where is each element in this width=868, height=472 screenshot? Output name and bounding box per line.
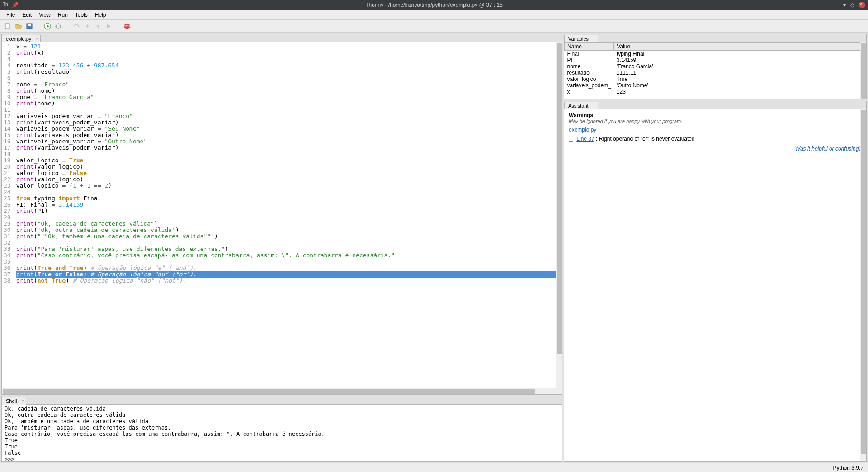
- python-version[interactable]: Python 3.9.7: [833, 465, 863, 471]
- assistant-tab-label: Assistant: [568, 103, 589, 109]
- shell-tab[interactable]: Shell×: [2, 397, 26, 405]
- open-file-icon[interactable]: [14, 22, 23, 30]
- variables-tab[interactable]: Variables: [564, 35, 598, 42]
- app-icon: Th: [3, 2, 9, 8]
- run-icon[interactable]: [43, 22, 52, 30]
- warnings-subtext: May be ignored if you are happy with you…: [569, 118, 862, 124]
- shell-panel: Shell× Ok, cadeia de caracteres válida O…: [1, 396, 562, 462]
- menu-run[interactable]: Run: [54, 11, 71, 19]
- shell-tab-label: Shell: [6, 398, 17, 404]
- debug-icon[interactable]: [54, 22, 62, 30]
- shell-output[interactable]: Ok, cadeia de caracteres válida Ok, outr…: [2, 405, 562, 461]
- editor-tab-label: exemplo.py: [6, 36, 31, 42]
- close-icon[interactable]: ✕: [859, 2, 865, 8]
- editor-scrollbar-h[interactable]: [2, 388, 562, 394]
- code-editor[interactable]: 1234567891011121314151617181920212223242…: [2, 42, 562, 388]
- window-title: Thonny - /home/franco/tmp/python/exemplo…: [365, 2, 503, 8]
- menu-edit[interactable]: Edit: [19, 11, 35, 19]
- menubar: File Edit View Run Tools Help: [0, 10, 868, 20]
- table-row[interactable]: PI3.14159: [565, 57, 866, 63]
- step-into-icon[interactable]: [83, 22, 91, 30]
- table-row[interactable]: x123: [565, 89, 866, 95]
- close-shell-tab-icon[interactable]: ×: [22, 398, 24, 403]
- feedback-link[interactable]: Was it helpful or confusing?: [795, 146, 862, 152]
- variables-col-value[interactable]: Value: [614, 43, 866, 51]
- warnings-heading: Warnings: [569, 112, 862, 118]
- maximize-icon[interactable]: ◇: [850, 2, 854, 8]
- variables-scrollbar-v[interactable]: [860, 42, 866, 99]
- menu-tools[interactable]: Tools: [71, 11, 91, 19]
- editor-tab[interactable]: exemplo.py×: [2, 35, 41, 42]
- table-row[interactable]: valor_logicoTrue: [565, 76, 866, 82]
- resume-icon[interactable]: [105, 22, 113, 30]
- menu-help[interactable]: Help: [91, 11, 110, 19]
- table-row[interactable]: nome'Franco Garcia': [565, 63, 866, 70]
- table-row[interactable]: variaveis_podem_'Outro Nome': [565, 82, 866, 89]
- assistant-panel: Assistant Warnings May be ignored if you…: [564, 101, 867, 462]
- table-row[interactable]: Finaltyping.Final: [565, 51, 866, 57]
- line-gutter: 1234567891011121314151617181920212223242…: [2, 42, 14, 388]
- stop-icon[interactable]: STOP: [123, 22, 131, 30]
- table-row[interactable]: resultado1111.11: [565, 70, 866, 76]
- assistant-line-msg: : Right operand of "or" is never evaluat…: [594, 136, 695, 142]
- close-tab-icon[interactable]: ×: [36, 36, 38, 41]
- statusbar: Python 3.9.7: [0, 463, 868, 472]
- svg-rect-0: [5, 24, 9, 29]
- assistant-scrollbar-v[interactable]: [860, 109, 866, 461]
- menu-file[interactable]: File: [3, 11, 19, 19]
- variables-panel: Variables Name Value Finaltyping.FinalPI…: [564, 34, 867, 99]
- assistant-body: Warnings May be ignored if you are happy…: [564, 109, 866, 461]
- pin-icon[interactable]: 📌: [12, 2, 19, 8]
- step-out-icon[interactable]: [94, 22, 102, 30]
- assistant-tab[interactable]: Assistant: [564, 102, 598, 109]
- code-area[interactable]: x = 123print(x) resultado = 123.456 + 98…: [14, 42, 562, 388]
- window-titlebar: Th 📌 Thonny - /home/franco/tmp/python/ex…: [0, 0, 868, 10]
- menu-view[interactable]: View: [35, 11, 54, 19]
- variables-col-name[interactable]: Name: [565, 43, 614, 51]
- save-icon[interactable]: [25, 22, 33, 30]
- svg-rect-2: [28, 24, 31, 26]
- toolbar: STOP: [0, 20, 868, 33]
- assistant-line-link[interactable]: Line 37: [576, 136, 594, 142]
- svg-text:STOP: STOP: [124, 25, 130, 28]
- assistant-file-link[interactable]: exemplo.py: [569, 127, 596, 133]
- editor-panel: exemplo.py× 1234567891011121314151617181…: [1, 34, 562, 395]
- variables-table[interactable]: Name Value Finaltyping.FinalPI3.14159nom…: [564, 42, 866, 99]
- variables-tab-label: Variables: [568, 36, 589, 42]
- minimize-icon[interactable]: ▾: [843, 2, 846, 8]
- editor-scrollbar-v[interactable]: [556, 42, 562, 388]
- step-over-icon[interactable]: [72, 22, 80, 30]
- new-file-icon[interactable]: [4, 22, 12, 30]
- expand-icon[interactable]: +: [569, 137, 573, 142]
